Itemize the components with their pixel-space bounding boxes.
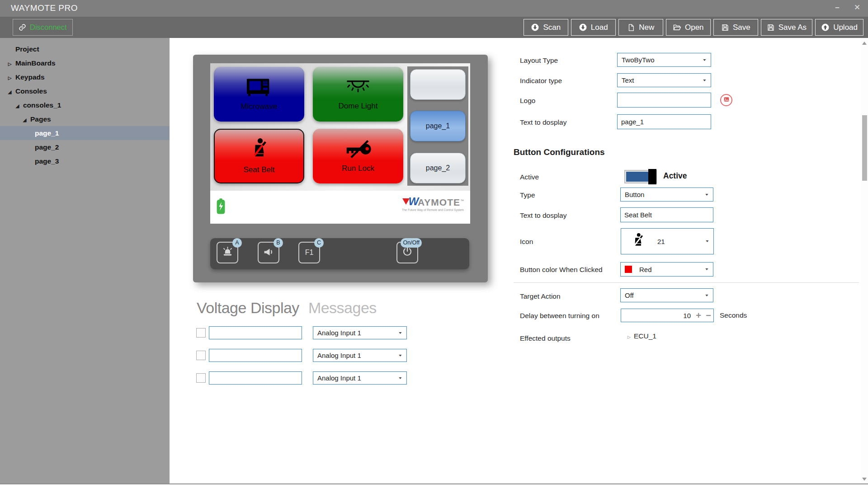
page-tab-page-2[interactable]: page_2 [410,153,466,183]
voltage-checkbox[interactable] [196,351,206,360]
scrollbar-thumb[interactable] [862,115,867,181]
console-button-microwave[interactable]: Microwave [214,67,304,122]
image-icon [723,96,730,105]
pick-logo-image-button[interactable] [720,94,732,106]
decrement-icon[interactable]: − [703,309,713,322]
page-tab-page-1[interactable]: page_1 [410,111,466,141]
tree-label: page_3 [35,157,59,165]
save-as-button[interactable]: Save As [761,19,812,36]
voltage-source-dropdown[interactable]: Analog Input 1 [313,371,407,385]
layout-type-dropdown[interactable]: TwoByTwo [617,53,711,67]
window-title: WAYMOTE PRO [11,3,78,13]
console-screen: Microwave Dome Light Seat Belt Run Lock [210,63,470,224]
button-text-input[interactable] [620,207,713,222]
delay-input[interactable] [621,312,693,319]
upload-label: Upload [833,23,858,32]
button-text-label: Text to dosplay [520,211,566,220]
scan-button[interactable]: Scan [524,19,568,36]
active-toggle[interactable] [624,170,657,183]
sidebar-item-page-2[interactable]: page_2 [0,140,170,154]
tree-label: page_1 [35,129,59,137]
minimize-button[interactable] [828,0,846,15]
hardware-button-f1[interactable]: F1 C [298,242,320,263]
sidebar-item-mainboards[interactable]: MainBoards [0,56,170,70]
ecu-output-label: ECU_1 [634,332,656,340]
scroll-up-icon[interactable] [862,42,867,45]
horn-icon [263,246,275,259]
expander-expanded-icon[interactable] [6,87,14,95]
button-color-dropdown[interactable]: Red [620,262,713,277]
logo-input[interactable] [617,93,711,108]
target-action-dropdown[interactable]: Off [620,288,713,302]
save-label: Save [733,23,750,32]
sidebar-item-project[interactable]: Project [0,42,170,56]
indicator-type-dropdown[interactable]: Text [617,73,711,87]
console-button-seat-belt[interactable]: Seat Belt [214,129,304,183]
effected-outputs-tree-item[interactable]: ECU_1 [627,332,656,340]
expander-collapsed-icon[interactable] [6,73,14,81]
page-text-input[interactable] [617,114,711,129]
toggle-knob[interactable] [648,169,656,184]
tab-voltage-display[interactable]: Voltage Display [197,299,299,317]
upload-button[interactable]: Upload [815,19,863,36]
toolbar: Disconnect Scan Load New Open Save [0,17,868,38]
save-floppy-icon [721,23,729,32]
button-configurations-heading: Button Configurations [514,147,605,157]
increment-icon[interactable]: + [693,309,703,322]
icon-label: Icon [520,238,533,246]
hardware-button-horn[interactable]: B [258,242,279,263]
target-action-value: Off [625,291,634,299]
disconnect-button[interactable]: Disconnect [13,19,73,36]
voltage-source-dropdown[interactable]: Analog Input 1 [313,326,407,339]
load-label: Load [591,23,608,32]
sidebar-item-pages[interactable]: Pages [0,112,170,126]
logo-w: W [408,196,418,207]
sidebar-item-keypads[interactable]: Keypads [0,70,170,84]
type-dropdown[interactable]: Button [620,188,713,202]
target-action-label: Target Action [520,292,561,300]
voltage-text-input[interactable] [209,371,302,385]
save-button[interactable]: Save [713,19,758,36]
hardware-button-power[interactable]: On/Off [396,242,418,263]
sidebar-item-consoles-1[interactable]: consoles_1 [0,98,170,112]
icon-dropdown[interactable]: 21 [621,228,714,254]
sidebar-item-page-3[interactable]: page_3 [0,154,170,168]
red-color-swatch [625,266,632,273]
tree-label: page_2 [35,143,59,151]
battery-icon [216,198,226,216]
voltage-checkbox[interactable] [196,328,206,338]
voltage-text-input[interactable] [209,349,302,362]
vertical-scrollbar[interactable] [861,38,868,483]
new-button[interactable]: New [618,19,663,36]
expander-collapsed-icon[interactable] [6,59,14,67]
hardware-button-beacon[interactable]: A [217,242,238,263]
sidebar-item-consoles[interactable]: Consoles [0,84,170,98]
voltage-text-input[interactable] [209,326,302,339]
tree-label: MainBoards [15,59,56,67]
indicator-type-value: Text [622,76,634,84]
console-button-run-lock[interactable]: Run Lock [313,129,403,183]
sidebar-item-page-1[interactable]: page_1 [0,126,170,140]
voltage-checkbox[interactable] [196,373,206,383]
delay-label: Delay between turning on [520,312,599,320]
seat-belt-icon [249,138,269,162]
scan-label: Scan [543,23,561,32]
voltage-source-dropdown[interactable]: Analog Input 1 [313,349,407,362]
tab-messages[interactable]: Messages [308,299,377,317]
voltage-source-value: Analog Input 1 [317,329,361,337]
load-download-circle-icon [579,23,587,32]
layout-type-value: TwoByTwo [622,56,655,64]
expander-expanded-icon[interactable] [14,101,21,109]
close-button[interactable] [848,0,866,15]
load-button[interactable]: Load [571,19,616,36]
tree-label: Keypads [15,73,45,81]
console-button-dome-light[interactable]: Dome Light [313,67,403,122]
toolbar-actions: Scan Load New Open Save Save As [524,19,863,36]
f1-key-label: F1 [305,249,314,257]
console-button-label: Microwave [241,102,277,111]
scroll-down-icon[interactable] [862,478,867,481]
expander-collapsed-icon[interactable] [627,332,631,340]
page-tab-blank[interactable] [410,69,466,100]
expander-expanded-icon[interactable] [21,115,28,123]
open-button[interactable]: Open [666,19,711,36]
